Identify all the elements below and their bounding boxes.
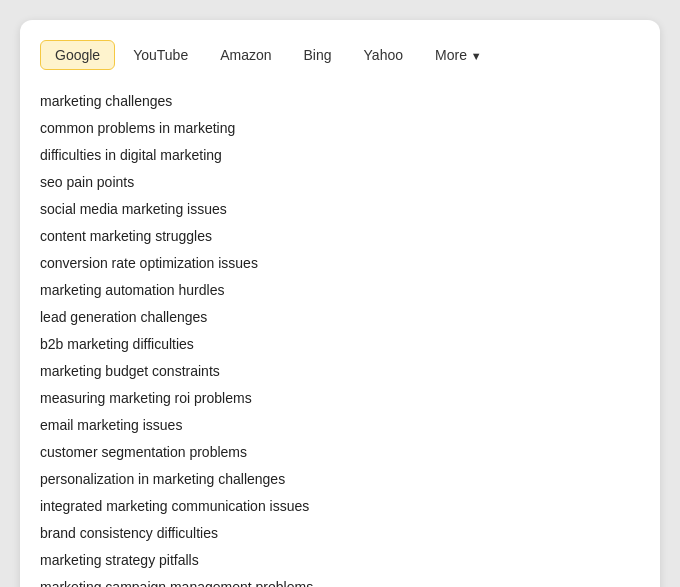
tab-yahoo[interactable]: Yahoo [350, 41, 417, 69]
list-item[interactable]: b2b marketing difficulties [40, 331, 640, 358]
list-item[interactable]: social media marketing issues [40, 196, 640, 223]
tab-amazon[interactable]: Amazon [206, 41, 285, 69]
list-item[interactable]: email marketing issues [40, 412, 640, 439]
tab-google[interactable]: Google [40, 40, 115, 70]
tab-bing[interactable]: Bing [290, 41, 346, 69]
tab-more[interactable]: More ▼ [421, 41, 496, 69]
list-item[interactable]: brand consistency difficulties [40, 520, 640, 547]
list-item[interactable]: seo pain points [40, 169, 640, 196]
list-item[interactable]: marketing challenges [40, 88, 640, 115]
results-list: marketing challengescommon problems in m… [40, 88, 640, 587]
list-item[interactable]: common problems in marketing [40, 115, 640, 142]
list-item[interactable]: marketing campaign management problems [40, 574, 640, 587]
list-item[interactable]: personalization in marketing challenges [40, 466, 640, 493]
list-item[interactable]: conversion rate optimization issues [40, 250, 640, 277]
list-item[interactable]: marketing strategy pitfalls [40, 547, 640, 574]
list-item[interactable]: measuring marketing roi problems [40, 385, 640, 412]
main-card: GoogleYouTubeAmazonBingYahooMore ▼ marke… [20, 20, 660, 587]
list-item[interactable]: content marketing struggles [40, 223, 640, 250]
list-item[interactable]: customer segmentation problems [40, 439, 640, 466]
list-item[interactable]: integrated marketing communication issue… [40, 493, 640, 520]
tab-bar: GoogleYouTubeAmazonBingYahooMore ▼ [40, 40, 640, 70]
list-item[interactable]: marketing automation hurdles [40, 277, 640, 304]
list-item[interactable]: marketing budget constraints [40, 358, 640, 385]
tab-youtube[interactable]: YouTube [119, 41, 202, 69]
list-item[interactable]: lead generation challenges [40, 304, 640, 331]
list-item[interactable]: difficulties in digital marketing [40, 142, 640, 169]
